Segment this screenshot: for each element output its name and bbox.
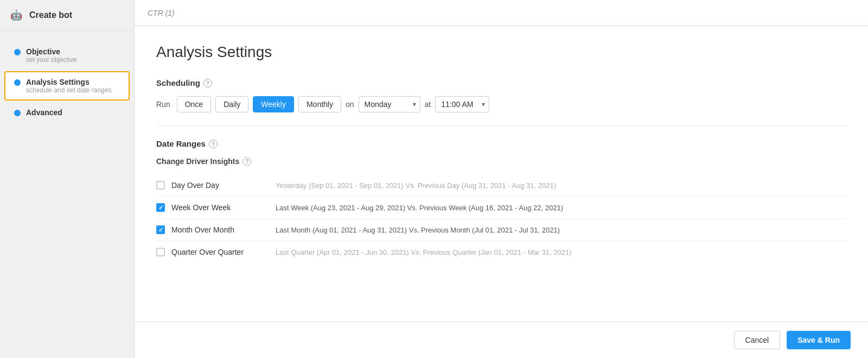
scheduling-help-icon[interactable]: ? xyxy=(203,79,212,87)
cancel-button[interactable]: Cancel xyxy=(734,331,781,349)
change-driver-help-icon[interactable]: ? xyxy=(242,157,251,166)
schedule-weekly-button[interactable]: Weekly xyxy=(253,96,294,112)
scheduling-row: Run Once Daily Weekly Monthly on Monday … xyxy=(156,96,846,112)
sidebar-dot-analysis-settings xyxy=(14,79,21,86)
section-divider-1 xyxy=(156,125,846,126)
date-ranges-help-icon[interactable]: ? xyxy=(209,140,218,148)
schedule-once-button[interactable]: Once xyxy=(177,96,211,112)
checkbox-month-over-month[interactable] xyxy=(156,225,165,234)
row-desc-month-over-month: Last Month (Aug 01, 2021 - Aug 31, 2021)… xyxy=(276,226,846,234)
sidebar-header: 🤖 Create bot xyxy=(0,0,134,31)
scheduling-section-title: Scheduling ? xyxy=(156,78,846,87)
tab-bar: CTR (1) xyxy=(135,0,868,26)
save-run-button[interactable]: Save & Run xyxy=(787,331,851,349)
content-area: Analysis Settings Scheduling ? Run Once … xyxy=(135,26,868,322)
time-select-wrapper: 11:00 AM 12:00 PM 1:00 PM xyxy=(435,96,489,112)
checkbox-quarter-over-quarter[interactable] xyxy=(156,248,165,256)
date-ranges-section-title: Date Ranges ? xyxy=(156,139,846,148)
on-label: on xyxy=(346,100,354,109)
tab-label: CTR (1) xyxy=(148,9,175,17)
checkbox-week-over-week[interactable] xyxy=(156,203,165,212)
at-label: at xyxy=(425,100,431,109)
row-desc-quarter-over-quarter: Last Quarter (Apr 01, 2021 - Jun 30, 202… xyxy=(276,248,846,256)
sidebar-item-advanced[interactable]: Advanced xyxy=(4,102,130,123)
day-select-wrapper: Monday Tuesday Wednesday Thursday Friday… xyxy=(359,96,420,112)
sidebar-label-objective: Objective xyxy=(26,47,76,56)
sidebar-label-analysis-settings: Analysis Settings xyxy=(26,78,111,86)
schedule-monthly-button[interactable]: Monthly xyxy=(298,96,341,112)
checkbox-day-over-day[interactable] xyxy=(156,181,165,190)
checkbox-row-day-over-day: Day Over Day Yesterday (Sep 01, 2021 - S… xyxy=(156,174,846,197)
page-title: Analysis Settings xyxy=(156,43,846,61)
day-select[interactable]: Monday Tuesday Wednesday Thursday Friday… xyxy=(359,96,420,112)
bot-icon: 🤖 xyxy=(9,8,24,23)
sidebar-item-objective[interactable]: Objective set your objective xyxy=(4,41,130,70)
footer: Cancel Save & Run xyxy=(135,322,868,358)
run-label: Run xyxy=(156,100,170,109)
sidebar-dot-advanced xyxy=(14,110,21,116)
sidebar-item-analysis-settings[interactable]: Analysis Settings schedule and set date … xyxy=(4,71,130,101)
checkbox-rows: Day Over Day Yesterday (Sep 01, 2021 - S… xyxy=(156,174,846,263)
sidebar-dot-objective xyxy=(14,49,21,55)
sidebar-sublabel-objective: set your objective xyxy=(26,56,76,64)
sidebar-label-advanced: Advanced xyxy=(26,108,62,117)
sidebar-sublabel-analysis-settings: schedule and set date ranges xyxy=(26,86,111,94)
time-select[interactable]: 11:00 AM 12:00 PM 1:00 PM xyxy=(435,96,489,112)
main-content: CTR (1) Analysis Settings Scheduling ? R… xyxy=(135,0,868,358)
row-label-month-over-month: Month Over Month xyxy=(171,225,269,234)
schedule-daily-button[interactable]: Daily xyxy=(215,96,248,112)
row-desc-week-over-week: Last Week (Aug 23, 2021 - Aug 29, 2021) … xyxy=(276,204,846,212)
checkbox-row-month-over-month: Month Over Month Last Month (Aug 01, 202… xyxy=(156,219,846,241)
sidebar-title: Create bot xyxy=(29,10,72,20)
checkbox-row-quarter-over-quarter: Quarter Over Quarter Last Quarter (Apr 0… xyxy=(156,241,846,263)
row-desc-day-over-day: Yesterday (Sep 01, 2021 - Sep 01, 2021) … xyxy=(276,181,846,190)
checkbox-row-week-over-week: Week Over Week Last Week (Aug 23, 2021 -… xyxy=(156,197,846,219)
sidebar-nav: Objective set your objective Analysis Se… xyxy=(0,31,134,133)
row-label-day-over-day: Day Over Day xyxy=(171,181,269,190)
row-label-week-over-week: Week Over Week xyxy=(171,203,269,212)
change-driver-insights-title: Change Driver Insights ? xyxy=(156,157,846,166)
sidebar: 🤖 Create bot Objective set your objectiv… xyxy=(0,0,135,358)
row-label-quarter-over-quarter: Quarter Over Quarter xyxy=(171,248,269,256)
